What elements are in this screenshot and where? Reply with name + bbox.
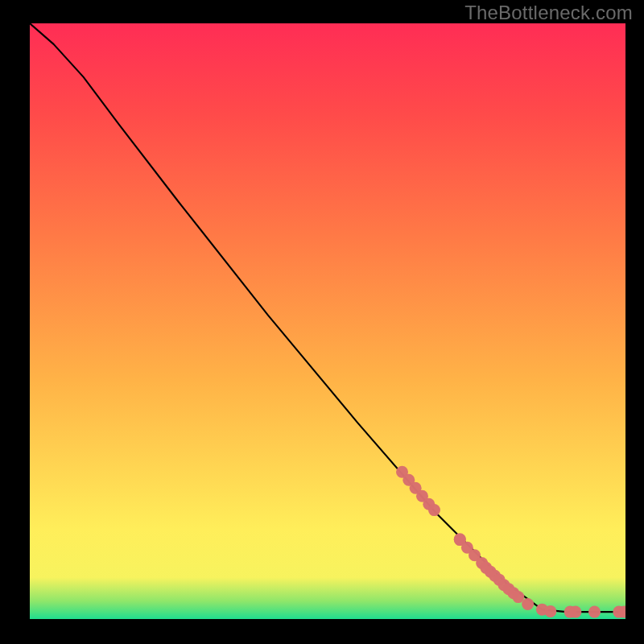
marker-dot [569, 606, 581, 618]
chart-svg [30, 23, 625, 619]
marker-dot [544, 605, 556, 617]
marker-dot [512, 591, 524, 603]
marker-dot [428, 504, 440, 516]
marker-dot [588, 606, 601, 618]
marker-dot [522, 598, 534, 610]
gradient-bg [30, 23, 625, 619]
watermark-label: TheBottleneck.com [464, 2, 633, 24]
chart-container: TheBottleneck.com [0, 0, 644, 644]
plot-area [30, 23, 625, 619]
